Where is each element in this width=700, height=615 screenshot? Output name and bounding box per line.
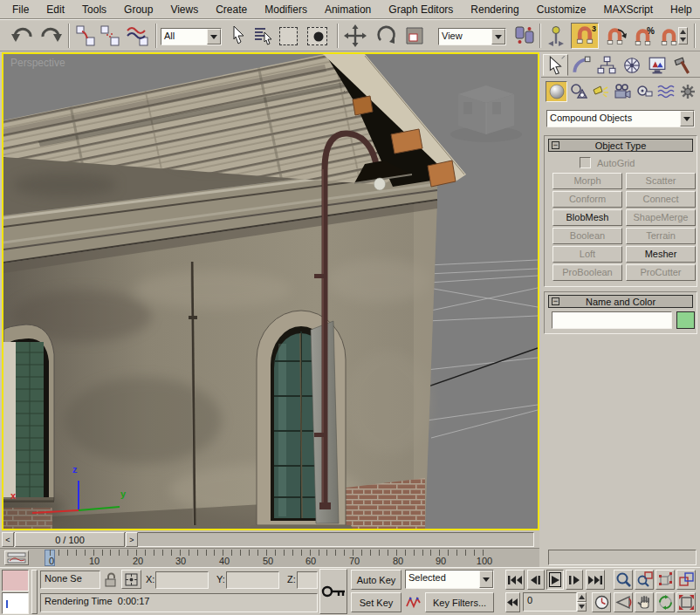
time-slider-handle[interactable]: 0 / 100: [15, 532, 125, 547]
object-name-input[interactable]: [552, 311, 672, 329]
arc-rotate-icon[interactable]: [655, 592, 675, 612]
track-bar[interactable]: 0 10 20 30 40 50 60 70 80 90 100: [0, 548, 539, 567]
select-and-move-icon[interactable]: [344, 24, 367, 47]
macro-recorder-line[interactable]: [2, 570, 29, 591]
subcategory-dropdown[interactable]: Compound Objects: [546, 110, 695, 127]
default-in-out-tangent-icon[interactable]: [404, 592, 422, 612]
zoom-extents-all-icon[interactable]: [676, 570, 696, 590]
zoom-extents-icon[interactable]: [655, 570, 675, 590]
button-boolean[interactable]: Boolean: [552, 228, 622, 244]
building-model[interactable]: [3, 54, 466, 529]
select-object-icon[interactable]: [229, 25, 248, 46]
dropdown-arrow-icon[interactable]: [207, 29, 221, 44]
time-configuration-icon[interactable]: [592, 592, 611, 612]
systems-category-icon[interactable]: [676, 81, 698, 102]
angle-snap-toggle-icon[interactable]: [606, 26, 628, 47]
zoom-icon[interactable]: [614, 570, 633, 590]
menu-item-file[interactable]: File: [3, 1, 38, 18]
previous-frame-button[interactable]: [527, 570, 545, 590]
x-coordinate-field[interactable]: [155, 571, 209, 589]
menu-item-animation[interactable]: Animation: [316, 1, 380, 18]
helpers-category-icon[interactable]: [633, 81, 655, 102]
key-filter-selection-dropdown[interactable]: Selected: [405, 570, 494, 589]
current-frame-field[interactable]: 0: [523, 592, 577, 612]
viewport-label[interactable]: Perspective: [10, 57, 65, 69]
button-blobmesh[interactable]: BlobMesh: [552, 209, 622, 226]
bind-to-space-warp-icon[interactable]: [126, 24, 150, 48]
geometry-category-icon[interactable]: [546, 81, 567, 102]
go-to-end-button[interactable]: [586, 570, 605, 590]
time-slider-next-button[interactable]: >: [126, 532, 138, 547]
menu-item-tools[interactable]: Tools: [73, 1, 115, 18]
maxscript-listener-line[interactable]: [2, 592, 29, 614]
select-and-manipulate-icon[interactable]: [545, 24, 567, 47]
reference-coordinate-system-dropdown[interactable]: View: [438, 28, 506, 45]
percent-snap-toggle-icon[interactable]: %: [634, 26, 653, 47]
go-to-start-button[interactable]: [505, 570, 525, 590]
menu-item-graph-editors[interactable]: Graph Editors: [380, 1, 462, 18]
button-conform[interactable]: Conform: [552, 191, 622, 208]
redo-icon[interactable]: [38, 25, 63, 46]
tab-motion[interactable]: [619, 54, 644, 76]
viewport-canvas[interactable]: [3, 54, 538, 529]
spinner-snap-toggle-icon[interactable]: [660, 26, 679, 47]
dropdown-arrow-icon[interactable]: [680, 111, 694, 126]
autogrid-checkbox[interactable]: [580, 157, 591, 168]
next-frame-button[interactable]: [566, 570, 583, 590]
select-and-scale-icon[interactable]: [405, 26, 424, 45]
frame-spinner[interactable]: [577, 592, 587, 612]
key-filters-button[interactable]: Key Filters...: [425, 592, 494, 612]
absolute-mode-transform-icon[interactable]: [121, 570, 141, 589]
button-terrain[interactable]: Terrain: [626, 228, 696, 244]
zoom-all-icon[interactable]: [635, 570, 654, 590]
auto-key-button[interactable]: Auto Key: [351, 570, 401, 590]
use-pivot-point-center-icon[interactable]: [513, 24, 536, 47]
object-type-rollout-header[interactable]: − Object Type: [548, 139, 693, 152]
open-mini-curve-editor-icon[interactable]: [4, 550, 29, 565]
tab-modify[interactable]: [568, 54, 594, 76]
undo-icon[interactable]: [10, 25, 35, 46]
shapes-category-icon[interactable]: [567, 81, 589, 102]
menu-item-rendering[interactable]: Rendering: [462, 1, 527, 18]
selection-filter-dropdown[interactable]: All: [161, 28, 222, 45]
menu-item-views[interactable]: Views: [161, 1, 207, 18]
select-and-link-icon[interactable]: [75, 24, 96, 47]
button-morph[interactable]: Morph: [552, 173, 622, 189]
z-coordinate-field[interactable]: [297, 571, 318, 589]
maximize-viewport-toggle-icon[interactable]: [676, 592, 696, 612]
button-mesher[interactable]: Mesher: [626, 246, 696, 263]
menu-item-customize[interactable]: Customize: [528, 1, 595, 18]
menu-item-edit[interactable]: Edit: [38, 1, 73, 18]
key-mode-toggle-icon[interactable]: [505, 592, 520, 612]
lights-category-icon[interactable]: [589, 81, 611, 102]
tab-hierarchy[interactable]: [594, 54, 619, 76]
button-connect[interactable]: Connect: [626, 191, 696, 208]
tab-create[interactable]: [543, 54, 568, 76]
space-warps-category-icon[interactable]: [655, 81, 676, 102]
play-animation-button[interactable]: [546, 570, 564, 590]
button-proboolean[interactable]: ProBoolean: [552, 264, 622, 281]
field-of-view-icon[interactable]: [614, 592, 633, 612]
set-keys-button[interactable]: [319, 569, 347, 614]
menu-item-help[interactable]: Help: [662, 1, 700, 18]
unlink-selection-icon[interactable]: [100, 24, 120, 47]
listener-splitter[interactable]: [31, 570, 38, 614]
button-shapemerge[interactable]: ShapeMerge: [626, 209, 696, 226]
button-scatter[interactable]: Scatter: [626, 173, 696, 189]
snaps-toggle-3d-icon[interactable]: 3: [571, 23, 599, 49]
time-slider-prev-button[interactable]: <: [2, 532, 14, 547]
tab-utilities[interactable]: [669, 54, 695, 76]
cameras-category-icon[interactable]: [611, 81, 633, 102]
window-crossing-toggle-icon[interactable]: [307, 27, 327, 45]
y-coordinate-field[interactable]: [226, 571, 279, 589]
select-by-name-icon[interactable]: [253, 25, 274, 46]
rectangular-selection-region-icon[interactable]: [279, 27, 298, 45]
menu-item-group[interactable]: Group: [115, 1, 161, 18]
tab-display[interactable]: [644, 54, 669, 76]
dropdown-arrow-icon[interactable]: [491, 29, 505, 44]
menu-item-modifiers[interactable]: Modifiers: [256, 1, 316, 18]
menu-item-maxscript[interactable]: MAXScript: [594, 1, 662, 18]
perspective-viewport[interactable]: Perspective z x y: [2, 52, 539, 530]
set-key-button[interactable]: Set Key: [351, 592, 401, 612]
select-and-rotate-icon[interactable]: [375, 24, 398, 47]
